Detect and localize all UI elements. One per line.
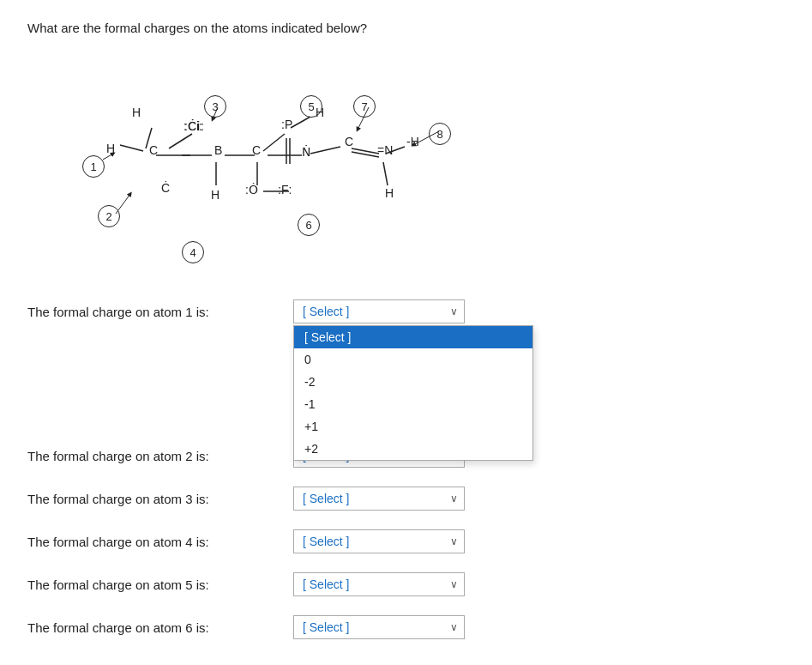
form-row-6: The formal charge on atom 6 is: [ Select… — [27, 615, 785, 639]
dropdown-option-pos2[interactable]: +2 — [294, 438, 532, 460]
dropdown-open-1[interactable]: [ Select ] 0 -2 -1 +1 +2 — [293, 325, 533, 461]
form-row-3: The formal charge on atom 3 is: [ Select… — [27, 487, 785, 511]
svg-line-11 — [310, 147, 340, 154]
select-wrapper-4[interactable]: [ Select ] 0 -2 -1 +1 +2 ∨ — [293, 529, 465, 553]
atom-b: B — [214, 143, 222, 157]
atom-h3: H — [211, 188, 220, 202]
atom-o: :Ȯ — [245, 183, 258, 196]
select-wrapper-5[interactable]: [ Select ] 0 -2 -1 +1 +2 ∨ — [293, 572, 465, 596]
svg-line-15 — [383, 162, 388, 185]
atom-h-p: H — [316, 106, 324, 119]
atom-label-1: 1 — [82, 155, 105, 178]
svg-line-12 — [352, 148, 379, 154]
atom-c2: C — [252, 143, 261, 157]
dropdown-option-select[interactable]: [ Select ] — [294, 326, 532, 348]
question-title: What are the formal charges on the atoms… — [27, 21, 785, 35]
label-atom-1: The formal charge on atom 1 is: — [27, 305, 293, 319]
select-atom-6[interactable]: [ Select ] 0 -2 -1 +1 +2 — [293, 615, 465, 639]
form-container: The formal charge on atom 1 is: [ Select… — [27, 299, 785, 639]
atom-c3: C — [345, 135, 353, 148]
bond-lines — [45, 52, 525, 275]
svg-line-0 — [120, 145, 143, 151]
dropdown-option-neg2[interactable]: -2 — [294, 371, 532, 393]
label-atom-6: The formal charge on atom 6 is: — [27, 620, 293, 635]
label-atom-2: The formal charge on atom 2 is: — [27, 449, 293, 463]
atom-h1: H — [106, 142, 115, 155]
atom-p: :P — [281, 118, 292, 131]
select-wrapper-6[interactable]: [ Select ] 0 -2 -1 +1 +2 ∨ — [293, 615, 465, 639]
atom-label-4: 4 — [182, 241, 204, 263]
select-atom-3[interactable]: [ Select ] 0 -2 -1 +1 +2 — [293, 487, 465, 511]
select-wrapper-3[interactable]: [ Select ] 0 -2 -1 +1 +2 ∨ — [293, 487, 465, 511]
svg-line-13 — [352, 152, 379, 157]
atom-c-dot: Ċ — [161, 181, 170, 195]
atom-label-3: 3 — [204, 95, 226, 118]
form-row-4: The formal charge on atom 4 is: [ Select… — [27, 529, 785, 553]
svg-line-3 — [169, 134, 192, 148]
arrows-svg — [45, 52, 525, 275]
atom-n1: Ṅ — [302, 145, 310, 159]
atom-label-7: 7 — [353, 95, 376, 118]
svg-line-6 — [263, 134, 285, 151]
form-row-1: The formal charge on atom 1 is: [ Select… — [27, 299, 785, 323]
atom-h2: H — [132, 106, 141, 119]
select-wrapper-1[interactable]: [ Select ] 0 -2 -1 +1 +2 ∨ [ Select ] 0 … — [293, 299, 465, 323]
atom-h5: H — [385, 186, 394, 200]
atom-label-8: 8 — [429, 123, 451, 145]
atom-label-2: 2 — [98, 205, 120, 227]
svg-line-7 — [291, 117, 310, 128]
select-atom-4[interactable]: [ Select ] 0 -2 -1 +1 +2 — [293, 529, 465, 553]
atom-cl-text: :Ċi: — [183, 119, 205, 133]
select-atom-5[interactable]: [ Select ] 0 -2 -1 +1 +2 — [293, 572, 465, 596]
atom-f: :F: — [278, 183, 292, 196]
dropdown-option-0[interactable]: 0 — [294, 348, 532, 371]
atom-c1: C — [149, 143, 158, 157]
form-row-5: The formal charge on atom 5 is: [ Select… — [27, 572, 785, 596]
select-atom-1[interactable]: [ Select ] 0 -2 -1 +1 +2 — [293, 299, 465, 323]
atom-n2: =N — [377, 143, 393, 157]
label-atom-4: The formal charge on atom 4 is: — [27, 535, 293, 549]
atom-label-6: 6 — [298, 214, 320, 236]
label-atom-5: The formal charge on atom 5 is: — [27, 577, 293, 592]
label-atom-3: The formal charge on atom 3 is: — [27, 492, 293, 506]
molecule-diagram: 1 2 3 4 5 6 7 8 H :Ċ̇︎i: :Ċi: H C B C Ċ… — [45, 52, 525, 275]
dropdown-option-pos1[interactable]: +1 — [294, 415, 532, 438]
dropdown-option-neg1[interactable]: -1 — [294, 393, 532, 415]
atom-h4: -H — [406, 135, 419, 148]
